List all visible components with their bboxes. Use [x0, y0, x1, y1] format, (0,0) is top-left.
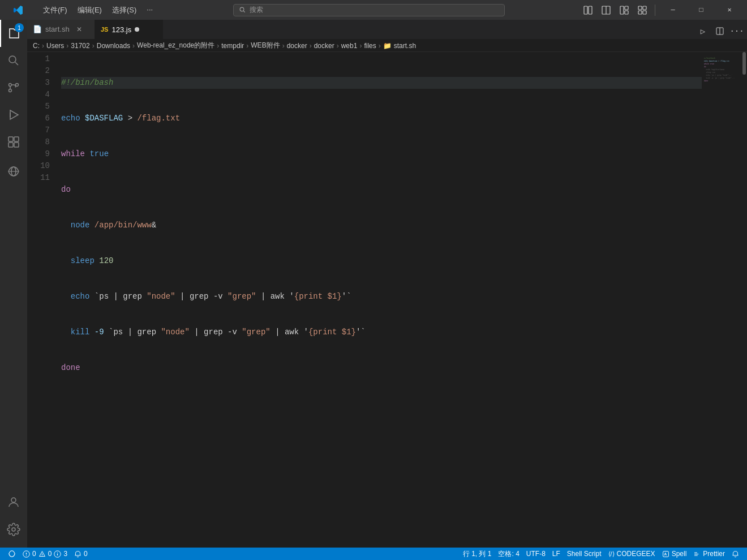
code-line-5: node /app/bin/www&: [61, 219, 702, 231]
status-encoding-text: UTF-8: [526, 550, 546, 558]
breadcrumb-users[interactable]: Users: [46, 42, 64, 50]
vertical-scrollbar-track[interactable]: [741, 52, 747, 548]
breadcrumb-ez[interactable]: Web-real_ez_node的附件: [137, 41, 214, 50]
tab-123-js-label: 123.js: [111, 25, 131, 34]
svg-rect-7: [625, 6, 628, 10]
svg-line-1: [243, 11, 245, 12]
titlebar: 文件(F) 编辑(E) 选择(S) ··· 搜索 — □ ✕: [0, 0, 747, 20]
menu-edit[interactable]: 编辑(E): [73, 4, 106, 16]
breadcrumb-files[interactable]: files: [364, 42, 376, 50]
layout-button-1[interactable]: [580, 2, 596, 18]
breadcrumb-c[interactable]: C:: [33, 42, 40, 50]
status-language-text: Shell Script: [567, 550, 602, 558]
svg-rect-20: [8, 137, 13, 141]
status-cursor[interactable]: 行 1, 列 1: [460, 548, 495, 560]
menu-more[interactable]: ···: [142, 4, 157, 16]
tab-start-sh[interactable]: 📄 start.sh ✕: [27, 20, 95, 39]
main-layout: 1 📄: [0, 20, 747, 548]
code-line-11: [61, 433, 702, 445]
svg-point-17: [16, 84, 19, 87]
activity-search[interactable]: [0, 47, 27, 74]
status-spaces[interactable]: 空格: 4: [495, 548, 522, 560]
status-bell[interactable]: 0: [71, 548, 91, 560]
minimap-code: #!/bin/bash echo $DASFLAG > /flag.txt wh…: [702, 52, 741, 88]
status-spell-text: Spell: [672, 550, 687, 558]
status-bell-count: 0: [84, 550, 88, 558]
tab-start-sh-icon: 📄: [33, 25, 42, 33]
editor-content[interactable]: 1 2 3 4 5 6 7 8 9 10 11 #!/bin/bash echo…: [27, 52, 747, 548]
svg-rect-21: [14, 137, 19, 141]
status-language[interactable]: Shell Script: [564, 548, 605, 560]
svg-point-34: [42, 555, 42, 556]
code-editor[interactable]: #!/bin/bash echo $DASFLAG > /flag.txt wh…: [55, 52, 702, 548]
split-editor-button[interactable]: [712, 23, 728, 39]
breadcrumb-docker1[interactable]: docker: [287, 42, 307, 50]
close-button[interactable]: ✕: [716, 0, 742, 20]
activity-run[interactable]: [0, 101, 27, 128]
status-codegeex[interactable]: ⟨/⟩ CODEGEEX: [605, 548, 659, 560]
code-line-7: echo `ps | grep "node" | grep -v "grep" …: [61, 291, 702, 303]
activity-extensions[interactable]: [0, 128, 27, 156]
status-encoding[interactable]: UTF-8: [523, 548, 549, 560]
status-prettier[interactable]: Prettier: [690, 548, 728, 560]
search-bar[interactable]: 搜索: [233, 4, 505, 16]
breadcrumb-31702[interactable]: 31702: [71, 42, 89, 50]
tabs-actions: ▷ ···: [695, 23, 747, 39]
tab-start-sh-close[interactable]: ✕: [74, 24, 84, 35]
editor-area: 📄 start.sh ✕ JS 123.js ▷ ··· C: › Users: [27, 20, 747, 548]
status-prettier-text: Prettier: [703, 550, 725, 558]
status-codegeex-icon: ⟨/⟩: [608, 550, 615, 558]
breadcrumb-downloads[interactable]: Downloads: [97, 42, 130, 50]
menu-file[interactable]: 文件(F): [38, 4, 72, 16]
breadcrumb-webattach[interactable]: WEB附件: [251, 41, 280, 50]
run-button[interactable]: ▷: [695, 23, 711, 39]
status-notifications[interactable]: [728, 548, 742, 560]
titlebar-right: — □ ✕: [580, 0, 742, 20]
breadcrumb: C: › Users › 31702 › Downloads › Web-rea…: [27, 40, 747, 52]
code-line-1: #!/bin/bash: [61, 77, 702, 89]
status-eol[interactable]: LF: [549, 548, 564, 560]
svg-rect-11: [638, 11, 642, 14]
status-remote[interactable]: [5, 548, 19, 560]
breadcrumb-startsh[interactable]: start.sh: [394, 42, 416, 50]
status-errors-count: 0: [32, 550, 36, 558]
code-line-9: done: [61, 362, 702, 374]
layout-button-4[interactable]: [634, 2, 650, 18]
breadcrumb-tempdir[interactable]: tempdir: [221, 42, 244, 50]
svg-point-13: [9, 56, 16, 63]
code-line-6: sleep 120: [61, 255, 702, 267]
svg-rect-6: [620, 6, 624, 14]
vertical-scrollbar-thumb[interactable]: [742, 52, 746, 75]
breadcrumb-docker2[interactable]: docker: [314, 42, 334, 50]
svg-rect-3: [589, 6, 592, 14]
svg-point-0: [240, 7, 244, 11]
layout-button-3[interactable]: [616, 2, 632, 18]
activity-scm[interactable]: [0, 74, 27, 101]
code-line-2: echo $DASFLAG > /flag.txt: [61, 113, 702, 124]
svg-point-16: [9, 89, 12, 92]
minimize-button[interactable]: —: [660, 0, 686, 20]
status-bar: 0 0 3 0 行 1, 列 1 空格: 4 UTF-8 LF Shell Sc…: [0, 548, 747, 560]
svg-rect-12: [643, 11, 646, 14]
menu-select[interactable]: 选择(S): [108, 4, 141, 16]
activity-remote[interactable]: [0, 158, 27, 185]
activity-explorer[interactable]: 1: [0, 20, 27, 47]
svg-point-37: [57, 552, 58, 553]
svg-point-27: [12, 528, 15, 531]
activity-account[interactable]: [0, 489, 27, 516]
line-numbers: 1 2 3 4 5 6 7 8 9 10 11: [27, 52, 55, 548]
svg-rect-8: [625, 11, 628, 14]
minimap: #!/bin/bash echo $DASFLAG > /flag.txt wh…: [702, 52, 741, 548]
svg-rect-22: [8, 143, 13, 147]
code-line-4: do: [61, 184, 702, 196]
status-spell[interactable]: Spell: [659, 548, 690, 560]
maximize-button[interactable]: □: [688, 0, 714, 20]
status-errors-warnings[interactable]: 0 0 3: [19, 548, 71, 560]
more-actions-button[interactable]: ···: [729, 23, 745, 39]
activitybar-bottom: [0, 489, 27, 548]
tab-123-js[interactable]: JS 123.js: [95, 20, 163, 39]
activity-settings[interactable]: [0, 516, 27, 543]
layout-button-2[interactable]: [598, 2, 614, 18]
activity-bar: 1: [0, 20, 27, 548]
breadcrumb-web1[interactable]: web1: [341, 42, 358, 50]
